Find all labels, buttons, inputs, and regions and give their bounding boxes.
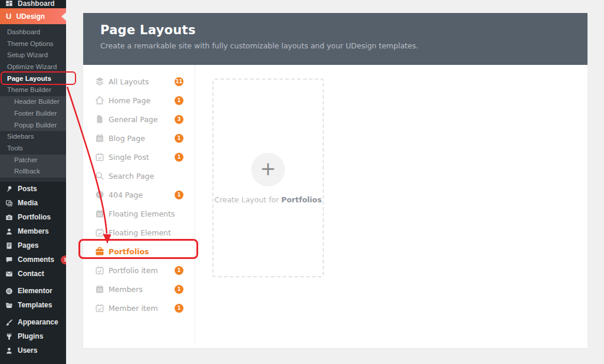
sidebar-item-contact[interactable]: Contact <box>0 267 66 281</box>
layout-item-label: Floating Elements <box>109 209 175 218</box>
sidebar-item-media[interactable]: Media <box>0 196 66 210</box>
layout-count-badge: 1 <box>175 266 183 275</box>
layout-count-badge: 3 <box>175 115 183 124</box>
udesign-submenu: DashboardTheme OptionsSetup WizardOptimi… <box>0 24 66 182</box>
layout-item-member-item[interactable]: Member item1 <box>83 299 195 317</box>
404-icon <box>95 190 104 199</box>
layout-item-portfolio-item[interactable]: Portfolio item1 <box>83 261 195 280</box>
media-icon <box>5 199 13 207</box>
templates-icon <box>5 301 13 309</box>
sidebar-item-optimize-wizard[interactable]: Optimize Wizard <box>0 61 66 73</box>
sidebar-item-pages[interactable]: Pages <box>0 238 66 252</box>
layout-item-label: Blog Page <box>109 134 145 143</box>
sidebar-item-rollback[interactable]: Rollback <box>0 166 66 178</box>
search-icon <box>95 171 104 181</box>
layout-count-badge: 1 <box>175 134 183 143</box>
sidebar-item-label: Pages <box>18 241 38 250</box>
layout-item-general-page[interactable]: General Page3 <box>83 110 195 129</box>
sidebar-item-theme-options[interactable]: Theme Options <box>0 38 66 50</box>
sidebar-item-label: Posts <box>18 185 37 193</box>
calendar-icon <box>95 133 104 143</box>
sidebar-item-popup-builder[interactable]: Popup Builder <box>0 120 66 132</box>
sidebar-item-plugins[interactable]: Plugins <box>0 329 66 343</box>
layout-item-floating-element[interactable]: Floating Element <box>83 223 195 242</box>
sidebar-item-templates[interactable]: Templates <box>0 298 66 312</box>
sidebar-item-page-layouts[interactable]: Page Layouts <box>0 73 66 85</box>
sidebar-item-theme-builder[interactable]: Theme Builder <box>0 84 66 96</box>
calendar-icon <box>95 284 104 294</box>
layout-item-label: Search Page <box>109 172 154 181</box>
create-layout-dropzone[interactable]: + Create Layout for Portfolios <box>212 78 324 277</box>
layout-item-blog-page[interactable]: Blog Page1 <box>83 129 195 147</box>
layout-count-badge: 1 <box>175 153 183 162</box>
dashboard-icon <box>5 0 13 8</box>
sidebar-item-dashboard[interactable]: Dashboard <box>0 27 66 38</box>
sidebar-item-patcher[interactable]: Patcher <box>0 155 66 166</box>
appearance-icon <box>5 319 13 326</box>
pages-icon <box>5 242 13 250</box>
current-menu-arrow <box>61 12 66 21</box>
briefcase-icon <box>95 247 104 256</box>
submenu-group: PatcherRollback <box>0 155 66 178</box>
sidebar-item-label: Dashboard <box>18 0 55 8</box>
sidebar-item-portfolios[interactable]: Portfolios <box>0 210 66 224</box>
page-subtitle: Create a remarkable site with fully cust… <box>100 41 587 50</box>
layout-item-single-post[interactable]: Single Post1 <box>83 147 195 166</box>
page-layouts-card: Page Layouts Create a remarkable site wi… <box>83 13 587 348</box>
envelope-icon <box>5 270 13 278</box>
home-icon <box>95 96 104 105</box>
layout-count-badge: 1 <box>175 285 183 294</box>
layout-item-label: All Layouts <box>109 77 149 86</box>
create-layout-prefix: Create Layout for <box>215 195 281 204</box>
sidebar-item-label: Members <box>18 227 49 235</box>
sidebar-item-posts[interactable]: Posts <box>0 182 66 196</box>
calendar-check-icon <box>95 303 104 313</box>
layout-item-label: Portfolio item <box>109 266 158 275</box>
sidebar-item-label: Users <box>18 346 37 355</box>
layout-item-floating-elements[interactable]: Floating Elements <box>83 204 195 223</box>
layout-item-label: Member item <box>109 304 158 313</box>
sidebar-item-sidebars[interactable]: Sidebars <box>0 131 66 143</box>
sidebar-item-users[interactable]: Users <box>0 343 66 358</box>
sidebar-item-tools[interactable]: Tools <box>0 143 66 155</box>
sidebar-item-footer-builder[interactable]: Footer Builder <box>0 108 66 120</box>
sidebar-item-comments[interactable]: Comments1 <box>0 252 66 267</box>
member-icon <box>5 228 13 235</box>
create-layout-button[interactable]: + <box>251 153 285 186</box>
layout-item-members[interactable]: Members1 <box>83 280 195 299</box>
sidebar-item-label: Elementor <box>18 287 52 295</box>
sidebar-item-udesign[interactable]: U UDesign <box>0 8 66 24</box>
layout-item-404-page[interactable]: 404 Page1 <box>83 185 195 204</box>
sidebar-item-label: UDesign <box>16 12 45 21</box>
calendar-check-icon <box>95 228 104 237</box>
sidebar-item-members[interactable]: Members <box>0 224 66 238</box>
layout-count-badge: 1 <box>175 96 183 105</box>
sidebar-item-header-builder[interactable]: Header Builder <box>0 96 66 108</box>
camera-icon <box>5 214 13 221</box>
pin-icon <box>5 185 13 193</box>
file-icon <box>95 114 104 124</box>
create-layout-target: Portfolios <box>281 195 322 204</box>
layout-item-home-page[interactable]: Home Page1 <box>83 91 195 110</box>
plus-icon: + <box>260 159 276 178</box>
comments-icon <box>5 256 13 264</box>
plugin-icon <box>5 333 13 340</box>
layout-item-portfolios[interactable]: Portfolios <box>83 242 195 261</box>
sidebar-item-label: Comments <box>18 255 54 264</box>
sidebar-item-label: Contact <box>18 270 44 278</box>
users-icon <box>5 347 13 355</box>
sidebar-item-label: Media <box>18 199 38 207</box>
sidebar-item-label: Portfolios <box>18 213 51 221</box>
layout-count-badge: 11 <box>175 77 183 86</box>
layout-item-all-layouts[interactable]: All Layouts11 <box>83 72 195 91</box>
submenu-group: Header BuilderFooter BuilderPopup Builde… <box>0 96 66 131</box>
layout-item-label: Floating Element <box>109 228 171 237</box>
layout-item-label: Portfolios <box>109 247 149 256</box>
sidebar-item-appearance[interactable]: Appearance <box>0 315 66 329</box>
sidebar-item-elementor[interactable]: Elementor <box>0 284 66 298</box>
sidebar-item-setup-wizard[interactable]: Setup Wizard <box>0 50 66 61</box>
layout-item-search-page[interactable]: Search Page <box>83 166 195 185</box>
udesign-logo: U <box>6 12 11 20</box>
layout-type-list: All Layouts11Home Page1General Page3Blog… <box>83 65 195 344</box>
layout-item-label: Members <box>109 285 143 294</box>
